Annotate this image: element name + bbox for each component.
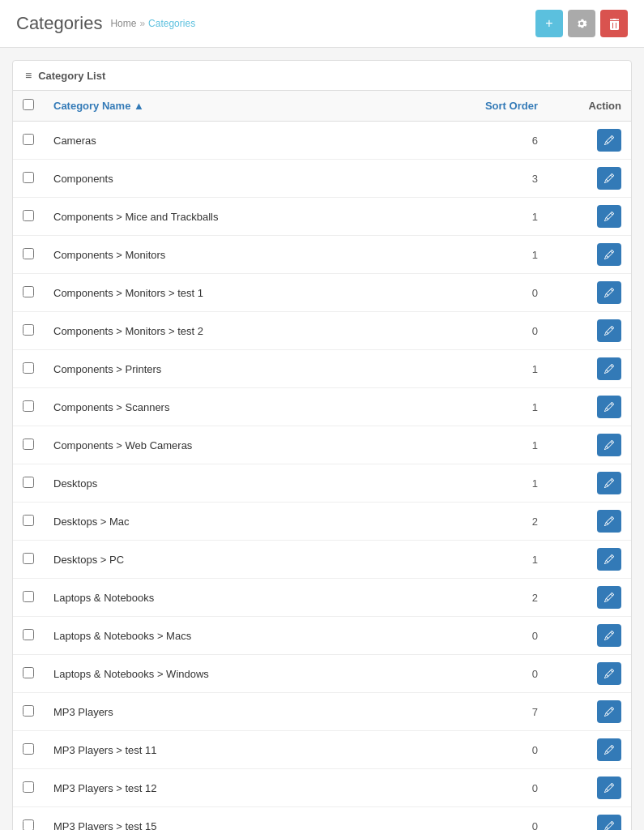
edit-button[interactable] <box>597 396 621 418</box>
edit-button[interactable] <box>597 205 621 228</box>
row-action-cell <box>548 198 631 236</box>
row-sort-order: 6 <box>433 122 548 160</box>
row-checkbox-cell <box>13 503 44 541</box>
edit-button[interactable] <box>597 815 621 830</box>
row-checkbox[interactable] <box>23 819 34 831</box>
content-area: ≡ Category List Category Name ▲ Sort Ord… <box>12 60 632 830</box>
edit-button[interactable] <box>597 777 621 799</box>
row-checkbox-cell <box>13 541 44 579</box>
table-row: Laptops & Notebooks > Macs0 <box>13 617 631 655</box>
table-row: Components > Monitors > test 10 <box>13 274 631 312</box>
pencil-icon <box>604 669 614 678</box>
page-header: Categories Home » Categories + <box>0 0 644 48</box>
row-checkbox[interactable] <box>23 705 34 717</box>
edit-button[interactable] <box>597 700 621 723</box>
row-action-cell <box>548 464 631 503</box>
row-checkbox-cell <box>13 388 44 426</box>
edit-button[interactable] <box>597 319 621 342</box>
row-checkbox[interactable] <box>23 667 34 678</box>
header-sort-order: Sort Order <box>433 91 548 122</box>
row-category-name: Components <box>44 160 433 198</box>
row-action-cell <box>548 579 631 617</box>
row-action-cell <box>548 541 631 579</box>
delete-button[interactable] <box>600 10 628 37</box>
row-category-name: Laptops & Notebooks > Macs <box>44 617 433 655</box>
row-checkbox[interactable] <box>23 781 34 793</box>
row-category-name: MP3 Players > test 11 <box>44 731 433 769</box>
edit-button[interactable] <box>597 586 621 609</box>
row-sort-order: 1 <box>433 541 548 579</box>
row-sort-order: 0 <box>433 731 548 769</box>
row-category-name: Desktops > Mac <box>44 503 433 541</box>
row-checkbox[interactable] <box>23 591 34 602</box>
row-category-name: Components > Mice and Trackballs <box>44 198 433 236</box>
table-row: Components > Printers1 <box>13 350 631 388</box>
edit-button[interactable] <box>597 357 621 380</box>
edit-button[interactable] <box>597 624 621 647</box>
edit-button[interactable] <box>597 243 621 266</box>
row-checkbox[interactable] <box>23 172 34 183</box>
row-checkbox[interactable] <box>23 477 34 488</box>
row-checkbox-cell <box>13 693 44 731</box>
row-category-name: MP3 Players <box>44 693 433 731</box>
pencil-icon <box>604 516 614 526</box>
row-checkbox-cell <box>13 731 44 769</box>
row-sort-order: 0 <box>433 769 548 807</box>
row-checkbox-cell <box>13 617 44 655</box>
row-checkbox-cell <box>13 464 44 503</box>
row-checkbox[interactable] <box>23 439 34 450</box>
table-row: Components > Scanners1 <box>13 388 631 426</box>
table-row: MP3 Players > test 110 <box>13 731 631 769</box>
edit-button[interactable] <box>597 472 621 494</box>
header-action: Action <box>548 91 631 122</box>
row-checkbox[interactable] <box>23 515 34 526</box>
table-row: Laptops & Notebooks2 <box>13 579 631 617</box>
row-checkbox[interactable] <box>23 210 34 221</box>
breadcrumb-home[interactable]: Home <box>110 18 136 29</box>
edit-button[interactable] <box>597 129 621 152</box>
row-checkbox[interactable] <box>23 362 34 374</box>
row-category-name: Laptops & Notebooks <box>44 579 433 617</box>
settings-button[interactable] <box>568 10 595 37</box>
pencil-icon <box>604 745 614 755</box>
row-checkbox-cell <box>13 312 44 350</box>
pencil-icon <box>604 212 614 221</box>
row-action-cell <box>548 312 631 350</box>
pencil-icon <box>604 173 614 183</box>
row-checkbox-cell <box>13 807 44 831</box>
table-row: MP3 Players7 <box>13 693 631 731</box>
edit-button[interactable] <box>597 434 621 456</box>
pencil-icon <box>604 783 614 793</box>
edit-button[interactable] <box>597 738 621 761</box>
edit-button[interactable] <box>597 281 621 304</box>
table-row: Desktops1 <box>13 464 631 503</box>
edit-button[interactable] <box>597 167 621 190</box>
row-checkbox-cell <box>13 236 44 274</box>
edit-button[interactable] <box>597 662 621 685</box>
edit-button[interactable] <box>597 510 621 533</box>
row-checkbox[interactable] <box>23 400 34 412</box>
pencil-icon <box>604 554 614 564</box>
page-title: Categories <box>16 13 102 34</box>
table-row: Components > Mice and Trackballs1 <box>13 198 631 236</box>
row-category-name: Desktops > PC <box>44 541 433 579</box>
pencil-icon <box>604 326 614 336</box>
add-button[interactable]: + <box>535 10 563 37</box>
row-sort-order: 2 <box>433 579 548 617</box>
row-checkbox[interactable] <box>23 248 34 259</box>
table-row: Cameras6 <box>13 122 631 160</box>
row-checkbox[interactable] <box>23 324 34 336</box>
table-row: Desktops > Mac2 <box>13 503 631 541</box>
row-checkbox[interactable] <box>23 286 34 297</box>
header-category-name[interactable]: Category Name ▲ <box>44 91 433 122</box>
select-all-checkbox[interactable] <box>23 99 34 110</box>
row-checkbox[interactable] <box>23 629 34 640</box>
list-icon: ≡ <box>25 69 32 82</box>
edit-button[interactable] <box>597 548 621 571</box>
row-checkbox[interactable] <box>23 134 34 145</box>
row-action-cell <box>548 503 631 541</box>
row-checkbox[interactable] <box>23 743 34 755</box>
row-checkbox[interactable] <box>23 553 34 564</box>
pencil-icon <box>604 478 614 488</box>
table-header-row: Category Name ▲ Sort Order Action <box>13 91 631 122</box>
